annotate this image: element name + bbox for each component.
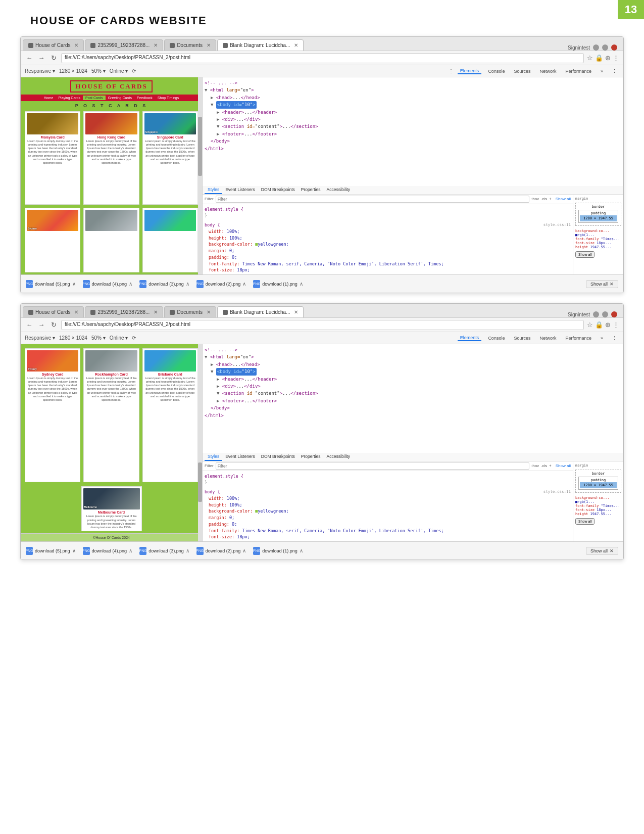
browser-tab-2352999[interactable]: 2352999_192387288... ✕ — [85, 39, 163, 51]
styles-tab-properties[interactable]: Properties — [298, 186, 324, 194]
html-node-header[interactable]: ▶ <header>...</header> — [205, 109, 621, 116]
devtools-tab-console-2[interactable]: Console — [485, 336, 507, 341]
devtools-tab-network-2[interactable]: Network — [537, 336, 559, 341]
add-style-button[interactable]: + — [549, 197, 552, 201]
forward-button-2[interactable]: → — [37, 321, 46, 329]
browser-tab-2-documents[interactable]: Documents ✕ — [164, 306, 216, 317]
html-node-2-html[interactable]: ▼ <html lang="on"> — [205, 353, 621, 360]
styles-tab-event-listeners-2[interactable]: Event Listeners — [222, 453, 258, 461]
download-arrow-2-2[interactable]: ∧ — [242, 548, 246, 553]
styles-filter-input[interactable] — [216, 196, 529, 203]
download-arrow-2-1[interactable]: ∧ — [300, 548, 303, 553]
download-item-4[interactable]: PNG download (4).png ∧ — [83, 280, 133, 288]
html-node-2-head[interactable]: ▶ <head>...</head> — [205, 361, 621, 368]
devtools-tab-performance[interactable]: Performance — [563, 69, 594, 74]
html-node-2-body[interactable]: ▼ <body id="10"> — [205, 368, 621, 375]
responsive-online[interactable]: Online ▾ — [110, 68, 128, 74]
download-item-2[interactable]: PNG download (2).png ∧ — [196, 280, 246, 288]
download-item-3[interactable]: PNG download (3).png ∧ — [139, 280, 189, 288]
tab-close-icon-2-2[interactable]: ✕ — [154, 309, 158, 315]
download-item-2-3[interactable]: PNG download (3).png ∧ — [139, 547, 189, 555]
show-all-computed[interactable]: Show all — [575, 251, 621, 258]
website-scrollbar-1[interactable] — [198, 77, 202, 274]
close-button[interactable] — [611, 44, 617, 51]
tab-close-icon-2-3[interactable]: ✕ — [207, 309, 211, 315]
show-all-computed-button[interactable]: Show all — [575, 251, 595, 258]
browser-tab-2-2352999[interactable]: 2352999_192387288... ✕ — [85, 306, 163, 317]
back-button-2[interactable]: ← — [25, 321, 34, 329]
close-button-2[interactable] — [611, 311, 617, 317]
styles-tab-styles[interactable]: Styles — [205, 186, 222, 194]
extension-icon-2[interactable]: ⊕ — [605, 321, 611, 329]
devtools-menu-icon-2[interactable]: ⋮ — [610, 336, 619, 341]
nav-feedback[interactable]: Feedback — [134, 96, 155, 100]
devtools-resize-handle[interactable]: ⋮ — [449, 68, 454, 74]
download-arrow-2-3[interactable]: ∧ — [186, 548, 189, 553]
html-node-2-section[interactable]: ▼ <section id="content">...</section> — [205, 390, 621, 397]
styles-tab-dom-breakpoints[interactable]: DOM Breakpoints — [258, 186, 298, 194]
maximize-button-2[interactable] — [602, 311, 608, 317]
responsive-label-2[interactable]: Responsive ▾ — [25, 335, 55, 341]
devtools-tab-more-2[interactable]: » — [598, 336, 606, 341]
html-node-2-footer[interactable]: ▶ <footer>...</footer> — [205, 397, 621, 404]
cls-button[interactable]: .cls — [541, 197, 547, 201]
menu-icon-2[interactable]: ⋮ — [613, 321, 619, 329]
html-node-2-header[interactable]: ▶ <header>...</header> — [205, 376, 621, 383]
reload-button[interactable]: ↻ — [49, 54, 58, 62]
tab-close-icon-2-1[interactable]: ✕ — [74, 309, 78, 315]
browser-tab-documents[interactable]: Documents ✕ — [164, 39, 216, 51]
minimize-button[interactable] — [593, 44, 599, 51]
download-item-5[interactable]: PNG download (5).png ∧ — [26, 280, 76, 288]
show-all-link-2[interactable]: Show all — [556, 464, 571, 468]
devtools-tab-elements[interactable]: Elements — [458, 68, 482, 74]
back-button[interactable]: ← — [25, 54, 34, 62]
download-item-2-5[interactable]: PNG download (5).png ∧ — [26, 547, 76, 555]
html-node-html[interactable]: ▼ <html lang="en"> — [205, 86, 621, 94]
responsive-label[interactable]: Responsive ▾ — [25, 68, 55, 74]
download-item-2-2[interactable]: PNG download (2).png ∧ — [196, 547, 246, 555]
download-item-2-4[interactable]: PNG download (4).png ∧ — [83, 547, 133, 555]
devtools-tab-performance-2[interactable]: Performance — [563, 336, 594, 341]
browser-tab-2-house-of-cards[interactable]: House of Cards ✕ — [23, 306, 84, 317]
devtools-tab-elements-2[interactable]: Elements — [458, 335, 482, 341]
url-bar-2[interactable]: file:///C:/Users/sapchy/Desktop/PRACASSN… — [61, 320, 584, 330]
nav-greeting-cards[interactable]: Greeting Cards — [106, 96, 134, 100]
devtools-tab-sources[interactable]: Sources — [511, 69, 533, 74]
url-bar-1[interactable]: file:///C:/Users/sapchy/Desktop/PRACASSN… — [61, 53, 584, 63]
browser-tab-lucidchart[interactable]: Blank Diagram: Lucidcha... ✕ — [217, 39, 304, 51]
nav-home[interactable]: Home — [41, 96, 56, 100]
download-arrow-1[interactable]: ∧ — [300, 281, 303, 287]
styles-filter-input-2[interactable] — [216, 462, 529, 470]
styles-tab-dom-breakpoints-2[interactable]: DOM Breakpoints — [258, 453, 298, 461]
html-node-section[interactable]: ▼ <section id="content">...</section> — [205, 123, 621, 130]
devtools-tab-network[interactable]: Network — [537, 69, 559, 74]
html-node-2-div[interactable]: ▶ <div>...</div> — [205, 383, 621, 390]
download-arrow-2-5[interactable]: ∧ — [72, 548, 76, 553]
cls-button-2[interactable]: .cls — [541, 464, 547, 468]
show-all-computed-button-2[interactable]: Show all — [575, 518, 595, 525]
download-item-1[interactable]: PNG download (1).png ∧ — [253, 280, 303, 288]
show-all-downloads-button-2[interactable]: Show all ✕ — [586, 547, 618, 555]
styles-tab-event-listeners[interactable]: Event Listeners — [222, 186, 258, 194]
show-all-downloads-button-1[interactable]: Show all ✕ — [586, 280, 618, 288]
responsive-sync-icon-2[interactable]: ⟳ — [132, 335, 136, 341]
profile-btn[interactable]: Signintest — [568, 45, 590, 51]
styles-tab-accessibility-2[interactable]: Accessibility — [324, 453, 353, 461]
hov-button-2[interactable]: :hov — [531, 464, 539, 468]
nav-post-cards[interactable]: Post Cards — [83, 96, 106, 100]
reload-button-2[interactable]: ↻ — [49, 321, 58, 329]
nav-shop-timings[interactable]: Shop Timings — [155, 96, 181, 100]
menu-icon[interactable]: ⋮ — [613, 54, 619, 62]
tab-close-icon-4[interactable]: ✕ — [294, 42, 298, 48]
extension-icon[interactable]: ⊕ — [605, 54, 611, 62]
maximize-button[interactable] — [602, 44, 608, 51]
download-arrow-3[interactable]: ∧ — [186, 281, 189, 287]
devtools-tab-more[interactable]: » — [598, 69, 606, 74]
website-scrollbar-2[interactable] — [198, 344, 202, 541]
browser-tab-house-of-cards[interactable]: House of Cards ✕ — [23, 39, 84, 51]
add-style-button-2[interactable]: + — [549, 464, 552, 468]
html-node-div[interactable]: ▶ <div>...</div> — [205, 116, 621, 123]
styles-tab-accessibility[interactable]: Accessibility — [324, 186, 353, 194]
styles-tab-styles-2[interactable]: Styles — [205, 453, 222, 461]
show-all-link[interactable]: Show all — [556, 197, 571, 201]
